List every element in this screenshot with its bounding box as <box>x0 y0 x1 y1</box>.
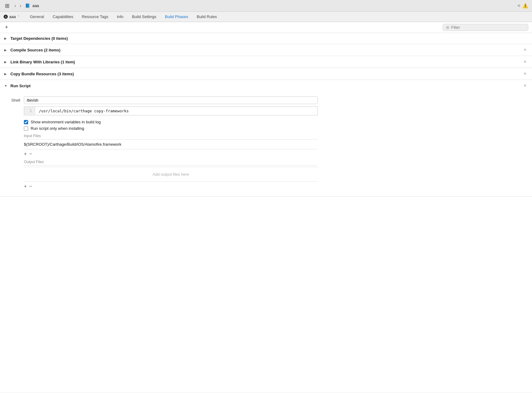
phase-toggle-run-script: ▼ <box>4 84 8 88</box>
script-code: /usr/local/bin/carthage copy-frameworks <box>35 107 317 115</box>
phase-toggle-link-binary: ▶ <box>4 60 8 64</box>
chevron-left-icon[interactable]: < <box>518 3 520 9</box>
input-file-entry: $(SRCROOT)/Carthage/Build/iOS/Alamofire.… <box>24 141 318 148</box>
warning-icon[interactable]: ⚠️ <box>522 3 528 9</box>
phase-link-binary: ▶Link Binary With Libraries (1 item)× <box>0 56 532 68</box>
phase-toggle-copy-bundle: ▶ <box>4 72 8 76</box>
output-files-label: Output Files <box>24 160 318 164</box>
phase-title-target-dependencies: Target Dependencies (0 items) <box>10 36 528 41</box>
input-files-controls: +− <box>24 151 318 157</box>
project-selector[interactable]: 🅐 aaa ⌃ <box>4 14 20 19</box>
phase-header-target-dependencies[interactable]: ▶Target Dependencies (0 items) <box>0 33 532 44</box>
phase-target-dependencies: ▶Target Dependencies (0 items) <box>0 33 532 44</box>
remove-output-file-button[interactable]: − <box>29 184 32 189</box>
titlebar-right: < ⚠️ <box>518 3 528 9</box>
shell-input[interactable] <box>24 96 318 104</box>
tab-resource-tags[interactable]: Resource Tags <box>77 13 112 21</box>
checkbox-install-label: Run script only when installing <box>31 126 84 131</box>
checkbox-install-row: Run script only when installing <box>24 126 525 131</box>
titlebar: ⊞ ‹ › 📘 aaa < ⚠️ <box>0 0 532 12</box>
phase-title-run-script: Run Script <box>10 84 523 88</box>
main-content: ▶Target Dependencies (0 items)▶Compile S… <box>0 33 532 392</box>
forward-button[interactable]: › <box>18 2 22 9</box>
back-button[interactable]: ‹ <box>13 2 17 9</box>
script-editor[interactable]: 1/usr/local/bin/carthage copy-frameworks <box>24 107 318 115</box>
grid-button[interactable]: ⊞ <box>4 2 11 9</box>
phase-title-compile-sources: Compile Sources (2 items) <box>10 48 523 52</box>
phase-run-script: ▼Run Script×Shell1/usr/local/bin/carthag… <box>0 80 532 197</box>
shell-row: Shell <box>7 96 525 104</box>
run-script-body: Shell1/usr/local/bin/carthage copy-frame… <box>0 92 532 196</box>
chevron-icon: ⌃ <box>17 15 20 18</box>
checkbox-env[interactable] <box>24 120 28 124</box>
project-icon: 🅐 <box>4 14 8 19</box>
phase-compile-sources: ▶Compile Sources (2 items)× <box>0 44 532 56</box>
input-files-bottom-divider <box>24 149 318 149</box>
phase-close-copy-bundle[interactable]: × <box>523 71 528 77</box>
filter-box: ⊜ <box>443 24 528 31</box>
checkbox-env-label: Show environment variables in build log <box>31 120 101 124</box>
phase-close-run-script[interactable]: × <box>523 83 528 88</box>
output-files-placeholder: Add output files here <box>24 167 318 182</box>
add-phase-button[interactable]: + <box>4 24 9 31</box>
input-files-divider <box>24 139 318 140</box>
phase-title-link-binary: Link Binary With Libraries (1 item) <box>10 60 523 64</box>
shell-label: Shell <box>7 98 20 103</box>
project-icon: 📘 <box>25 3 30 8</box>
line-number: 1 <box>24 107 35 115</box>
filter-input[interactable] <box>451 25 525 30</box>
add-output-file-button[interactable]: + <box>24 184 27 189</box>
output-files-section: Output FilesAdd output files here+− <box>24 160 318 189</box>
tab-capabilities[interactable]: Capabilities <box>48 13 77 21</box>
nav-buttons: ‹ › <box>13 2 23 9</box>
tab-build-settings[interactable]: Build Settings <box>128 13 161 21</box>
phase-title-copy-bundle: Copy Bundle Resources (3 items) <box>10 72 523 76</box>
titlebar-project-name: aaa <box>32 3 39 8</box>
input-files-label: Input Files <box>24 134 318 138</box>
script-line: 1/usr/local/bin/carthage copy-frameworks <box>24 107 317 115</box>
checkbox-install[interactable] <box>24 126 28 131</box>
tabs: GeneralCapabilitiesResource TagsInfoBuil… <box>26 13 221 21</box>
input-files-section: Input Files$(SRCROOT)/Carthage/Build/iOS… <box>24 134 318 157</box>
tab-build-rules[interactable]: Build Rules <box>193 13 221 21</box>
toolbar: + ⊜ <box>0 22 532 33</box>
phase-close-link-binary[interactable]: × <box>523 59 528 65</box>
add-input-file-button[interactable]: + <box>24 151 27 157</box>
phase-copy-bundle: ▶Copy Bundle Resources (3 items)× <box>0 68 532 80</box>
phase-header-compile-sources[interactable]: ▶Compile Sources (2 items)× <box>0 44 532 56</box>
phase-header-run-script[interactable]: ▼Run Script× <box>0 80 532 92</box>
phase-close-compile-sources[interactable]: × <box>523 47 528 53</box>
tab-info[interactable]: Info <box>113 13 128 21</box>
tabbar: 🅐 aaa ⌃ GeneralCapabilitiesResource Tags… <box>0 12 532 22</box>
output-files-controls: +− <box>24 184 318 189</box>
tab-build-phases[interactable]: Build Phases <box>161 13 193 21</box>
phase-header-link-binary[interactable]: ▶Link Binary With Libraries (1 item)× <box>0 56 532 68</box>
tab-general[interactable]: General <box>26 13 48 21</box>
project-name: aaa <box>9 14 16 19</box>
phase-header-copy-bundle[interactable]: ▶Copy Bundle Resources (3 items)× <box>0 68 532 80</box>
filter-icon: ⊜ <box>446 25 449 30</box>
phase-toggle-compile-sources: ▶ <box>4 48 8 52</box>
phase-toggle-target-dependencies: ▶ <box>4 37 8 40</box>
remove-input-file-button[interactable]: − <box>29 151 32 157</box>
checkbox-env-row: Show environment variables in build log <box>24 120 525 124</box>
output-files-divider <box>24 165 318 166</box>
